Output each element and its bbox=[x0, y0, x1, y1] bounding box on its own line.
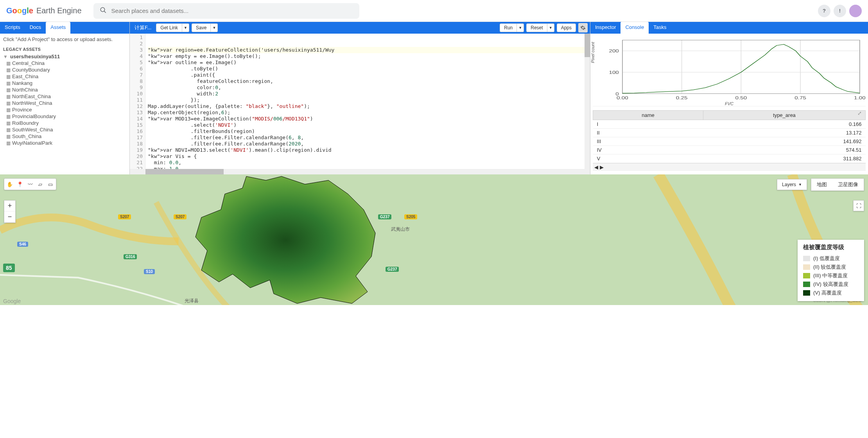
polygon-tool[interactable]: ▱ bbox=[36, 180, 45, 189]
layers-button[interactable]: Layers ▼ bbox=[777, 179, 807, 190]
asset-name: SouthWest_China bbox=[12, 127, 53, 133]
code-area[interactable]: "kw">var region=ee.FeatureCollection('us… bbox=[145, 34, 590, 169]
result-table-wrap: ⤢ name type_area I0.166II13.172III141.69… bbox=[593, 110, 866, 171]
tab-scripts[interactable]: Scripts bbox=[0, 22, 25, 34]
asset-item[interactable]: ▦East_China bbox=[3, 73, 126, 80]
run-split: Run ▼ bbox=[500, 23, 524, 32]
editor-toolbar: 计算F... Get Link ▼ Save ▼ Run ▼ Reset ▼ A… bbox=[130, 22, 590, 34]
left-tabbar: Scripts Docs Assets bbox=[0, 22, 129, 34]
tab-tasks[interactable]: Tasks bbox=[649, 22, 671, 34]
asset-name: NorthChina bbox=[12, 87, 38, 93]
road-badge: S205 bbox=[404, 214, 417, 219]
asset-name: Nankang bbox=[12, 80, 32, 86]
cell-name: III bbox=[593, 137, 703, 146]
asset-item[interactable]: ▦Province bbox=[3, 106, 126, 113]
map-view[interactable]: S207 S207 G237 S205 S46 G316 S10 G237 85… bbox=[0, 174, 868, 305]
table-icon: ▦ bbox=[6, 81, 11, 86]
point-tool[interactable]: 📍 bbox=[15, 180, 25, 189]
tab-console[interactable]: Console bbox=[621, 22, 649, 34]
asset-name: RoiBoundry bbox=[12, 120, 39, 126]
road-badge: S46 bbox=[17, 242, 28, 247]
asset-item[interactable]: ▦SouthWest_China bbox=[3, 126, 126, 133]
reset-dropdown[interactable]: ▼ bbox=[547, 23, 554, 32]
tab-docs[interactable]: Docs bbox=[25, 22, 46, 34]
search-box[interactable] bbox=[93, 3, 359, 19]
line-tool[interactable]: 〰 bbox=[25, 180, 35, 189]
cell-value: 13.172 bbox=[703, 129, 865, 137]
asset-item[interactable]: ▦South_China bbox=[3, 133, 126, 140]
road-badge: G237 bbox=[386, 267, 399, 272]
editor-panel: 计算F... Get Link ▼ Save ▼ Run ▼ Reset ▼ A… bbox=[130, 22, 590, 174]
asset-item[interactable]: ▦RoiBoundry bbox=[3, 120, 126, 126]
road-badge: G316 bbox=[124, 254, 137, 259]
cell-value: 141.692 bbox=[703, 137, 865, 146]
save-split: Save ▼ bbox=[192, 23, 218, 32]
code-editor[interactable]: 12345678910111213141516171819202122 "kw"… bbox=[130, 34, 590, 169]
open-external-icon[interactable]: ⤢ bbox=[857, 110, 862, 116]
legend-label: (II) 较低覆盖度 bbox=[813, 264, 846, 271]
prev-icon[interactable]: ◀ bbox=[594, 164, 598, 170]
asset-item[interactable]: ▦Nankang bbox=[3, 80, 126, 86]
asset-item[interactable]: ▦NorthChina bbox=[3, 86, 126, 93]
asset-item[interactable]: ▦CountyBoundary bbox=[3, 66, 126, 73]
maptype-satellite[interactable]: 卫星图像 bbox=[832, 179, 864, 190]
run-dropdown[interactable]: ▼ bbox=[517, 23, 524, 32]
fullscreen-button[interactable]: ⛶ bbox=[853, 200, 864, 211]
save-button[interactable]: Save bbox=[192, 23, 211, 32]
table-icon: ▦ bbox=[6, 94, 11, 99]
rectangle-tool[interactable]: ▭ bbox=[46, 180, 55, 189]
cell-value: 311.882 bbox=[703, 154, 865, 163]
legend-label: (V) 高覆盖度 bbox=[813, 289, 842, 296]
notifications-icon[interactable]: ! bbox=[834, 5, 846, 17]
search-input[interactable] bbox=[111, 7, 353, 14]
pan-tool[interactable]: ✋ bbox=[5, 180, 14, 189]
tab-inspector[interactable]: Inspector bbox=[590, 22, 621, 34]
svg-text:200: 200 bbox=[609, 48, 619, 53]
legend-item: (IV) 较高覆盖度 bbox=[803, 280, 859, 289]
asset-item[interactable]: ▦NorthEast_China bbox=[3, 93, 126, 100]
cell-value: 574.51 bbox=[703, 146, 865, 154]
console-panel: Inspector Console Tasks 01002000.000.250… bbox=[590, 22, 868, 174]
console-body: 01002000.000.250.500.751.00 Pixel count … bbox=[590, 34, 868, 174]
avatar[interactable] bbox=[849, 5, 862, 17]
help-icon[interactable]: ? bbox=[818, 5, 830, 17]
getlink-dropdown[interactable]: ▼ bbox=[182, 23, 189, 32]
table-icon: ▦ bbox=[6, 61, 11, 66]
getlink-button[interactable]: Get Link bbox=[156, 23, 182, 32]
chevron-down-icon: ▼ bbox=[798, 183, 802, 187]
google-logo: Google bbox=[6, 6, 33, 15]
cell-name: I bbox=[593, 120, 703, 129]
zoom-out-button[interactable]: − bbox=[4, 212, 15, 223]
legend-swatch bbox=[803, 282, 810, 287]
legend-label: (IV) 较高覆盖度 bbox=[813, 281, 848, 288]
tab-assets[interactable]: Assets bbox=[46, 22, 70, 34]
next-icon[interactable]: ▶ bbox=[600, 164, 604, 170]
apps-button[interactable]: Apps bbox=[557, 23, 576, 32]
gear-icon[interactable] bbox=[578, 23, 588, 32]
asset-item[interactable]: ▦NorthWest_China bbox=[3, 100, 126, 106]
asset-item[interactable]: ▦ProvincialBoundary bbox=[3, 113, 126, 120]
road-badge: S207 bbox=[174, 214, 187, 219]
asset-item[interactable]: ▦Central_China bbox=[3, 60, 126, 66]
zoom-in-button[interactable]: + bbox=[4, 201, 15, 212]
asset-name: WuyiNationalPark bbox=[12, 140, 52, 146]
road-badge: S207 bbox=[118, 214, 131, 219]
run-button[interactable]: Run bbox=[500, 23, 517, 32]
editor-vscrollbar[interactable] bbox=[585, 34, 590, 169]
asset-root[interactable]: ▼ users/hesuixinya511 bbox=[3, 53, 126, 60]
legend-label: (III) 中等覆盖度 bbox=[813, 272, 848, 279]
table-icon: ▦ bbox=[6, 107, 11, 113]
legend-item: (II) 较低覆盖度 bbox=[803, 263, 859, 271]
cell-name: IV bbox=[593, 146, 703, 154]
editor-hscrollbar[interactable] bbox=[130, 169, 590, 174]
legend-item: (III) 中等覆盖度 bbox=[803, 271, 859, 280]
asset-item[interactable]: ▦WuyiNationalPark bbox=[3, 140, 126, 146]
reset-button[interactable]: Reset bbox=[526, 23, 547, 32]
chart-ylabel: Pixel count bbox=[590, 42, 595, 63]
histogram-chart: 01002000.000.250.500.751.00 Pixel count … bbox=[593, 36, 866, 106]
getlink-split: Get Link ▼ bbox=[156, 23, 189, 32]
save-dropdown[interactable]: ▼ bbox=[211, 23, 218, 32]
maptype-map[interactable]: 地图 bbox=[811, 179, 832, 190]
table-row: IV574.51 bbox=[593, 146, 866, 154]
assets-note: Click "Add A Project" to access or uploa… bbox=[3, 36, 126, 43]
